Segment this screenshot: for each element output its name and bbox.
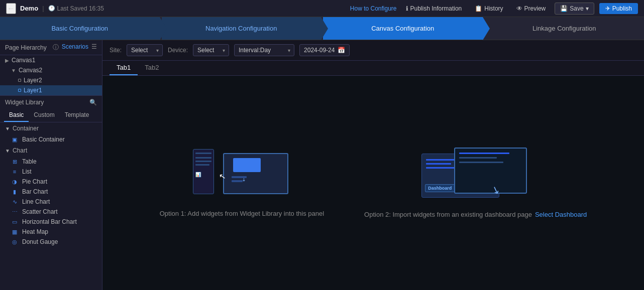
device-select-wrapper: Select [193, 44, 229, 56]
page-hierarchy-label: Page Hierarchy [5, 44, 47, 51]
site-label: Site: [110, 47, 122, 54]
layer1-label: Layer1 [24, 87, 42, 94]
widget-table[interactable]: ⊞ Table [0, 157, 102, 167]
layer1-dot [18, 89, 21, 92]
main-content: Site: Select Device: Select Interval:Day… [102, 40, 644, 290]
widget-line-chart[interactable]: ∿ Line Chart [0, 197, 102, 207]
widget-tabs: Basic Custom Template [0, 109, 102, 122]
widget-heat-map[interactable]: ▦ Heat Map [0, 227, 102, 237]
app-title: Demo [20, 5, 38, 12]
widget-list[interactable]: ≡ List [0, 167, 102, 177]
save-dropdown-icon: ▾ [586, 5, 589, 12]
widget-horizontal-bar-chart[interactable]: ▭ Horizontal Bar Chart [0, 217, 102, 227]
h-bar-chart-icon: ▭ [11, 218, 18, 225]
tree-node-layer1[interactable]: Layer1 [0, 85, 102, 95]
option1-label: Option 1: Add widgets from Widget Librar… [160, 210, 324, 217]
info-circle-icon: ⓘ [53, 43, 59, 52]
interval-select[interactable]: Interval:Day [234, 44, 294, 56]
illus-main-panel: ↓ [223, 153, 288, 194]
list-icon: ≡ [11, 168, 18, 175]
heat-map-icon: ▦ [11, 228, 18, 235]
illus-sidebar: 📊 [193, 149, 214, 194]
canvas2-label: Canvas2 [19, 67, 42, 74]
canvas-option2: 📈 Dashboard ↘ [364, 148, 587, 218]
widget-library: Widget Library 🔍 Basic Custom Template ▼… [0, 95, 102, 247]
tab-tab2[interactable]: Tab2 [138, 61, 166, 75]
tree-node-layer2[interactable]: Layer2 [0, 75, 102, 85]
option2-illustration: 📈 Dashboard ↘ [421, 148, 529, 203]
widget-donut-gauge[interactable]: ◎ Donut Gauge [0, 237, 102, 247]
line-chart-icon: ∿ [11, 198, 18, 205]
widget-library-title: Widget Library [5, 99, 44, 106]
tree-node-canvas1[interactable]: ▶ Canvas1 [0, 55, 102, 65]
header: ← Demo | 🕐 Last Saved 16:35 How to Confi… [0, 0, 644, 17]
caret-container-icon: ▼ [5, 126, 10, 131]
pie-chart-icon: ◑ [11, 178, 18, 185]
site-select-wrapper: Select [127, 44, 163, 56]
layer2-label: Layer2 [24, 77, 42, 84]
layer2-dot [18, 79, 21, 82]
widget-scatter-chart[interactable]: ⋯ Scatter Chart [0, 207, 102, 217]
canvas1-label: Canvas1 [12, 57, 35, 64]
wizard-step-linkage[interactable]: Linkage Configuration [485, 17, 645, 40]
wizard-step-basic[interactable]: Basic Configuration [0, 17, 160, 40]
site-select[interactable]: Select [127, 44, 163, 56]
widget-basic-container[interactable]: ▣ Basic Container [0, 134, 102, 144]
tree-caret-canvas2: ▼ [11, 68, 16, 73]
search-icon[interactable]: 🔍 [89, 99, 97, 106]
widget-bar-chart[interactable]: ▮ Bar Chart [0, 187, 102, 197]
last-saved-info: 🕐 Last Saved 16:35 [48, 5, 104, 12]
option2-label-row: Option 2: Import widgets from an existin… [364, 211, 587, 218]
section-chart-header: ▼ Chart [0, 144, 102, 157]
date-value: 2024-09-24 [304, 47, 335, 54]
tab-tab1[interactable]: Tab1 [110, 61, 138, 75]
how-to-configure-link[interactable]: How to Configure [350, 5, 397, 12]
widget-pie-chart[interactable]: ◑ Pie Chart [0, 177, 102, 187]
option2-label: Option 2: Import widgets from an existin… [364, 211, 532, 218]
tab-custom[interactable]: Custom [29, 109, 59, 122]
header-separator: | [42, 5, 44, 12]
date-picker[interactable]: 2024-09-24 📅 [299, 44, 350, 56]
dashboard-badge: Dashboard [425, 184, 455, 192]
menu-icon[interactable]: ☰ [91, 43, 97, 52]
preview-button[interactable]: 👁 Preview [512, 3, 550, 14]
donut-gauge-icon: ◎ [11, 238, 18, 245]
info-icon: ℹ [406, 5, 408, 12]
header-left: ← Demo | 🕐 Last Saved 16:35 [6, 3, 104, 14]
basic-container-icon: ▣ [11, 136, 18, 143]
save-button[interactable]: 💾 Save ▾ [555, 3, 594, 15]
save-icon: 💾 [560, 5, 568, 12]
option1-illustration: 📊 ↖ ↓ [193, 149, 291, 202]
wizard-step-canvas[interactable]: Canvas Configuration [323, 17, 483, 40]
sidebar: Page Hierarchy ⓘ Scenarios ☰ ▶ Canvas1 ▼… [0, 40, 102, 290]
tab-template[interactable]: Template [60, 109, 94, 122]
tree-caret-canvas1: ▶ [5, 58, 9, 63]
history-button[interactable]: 📋 History [471, 3, 507, 14]
publish-button[interactable]: ✈ Publish [599, 3, 638, 14]
main-layout: Page Hierarchy ⓘ Scenarios ☰ ▶ Canvas1 ▼… [0, 40, 644, 290]
section-container-header: ▼ Container [0, 122, 102, 134]
table-icon: ⊞ [11, 158, 18, 165]
tab-basic[interactable]: Basic [4, 109, 29, 122]
publish-icon: ✈ [605, 5, 610, 12]
bar-chart-icon: ▮ [11, 188, 18, 195]
dash-overlay-panel [454, 148, 527, 194]
device-select[interactable]: Select [193, 44, 229, 56]
publish-info-button[interactable]: ℹ Publish Information [402, 3, 466, 14]
scatter-chart-icon: ⋯ [11, 208, 18, 215]
tree-node-canvas2[interactable]: ▼ Canvas2 [0, 65, 102, 75]
caret-chart-icon: ▼ [5, 148, 10, 154]
header-right: How to Configure ℹ Publish Information 📋… [350, 3, 638, 15]
sidebar-header-icons: ⓘ Scenarios ☰ [53, 43, 97, 52]
toolbar: Site: Select Device: Select Interval:Day… [102, 40, 644, 61]
wizard-step-navigation[interactable]: Navigation Configuration [162, 17, 321, 40]
canvas-area: 📊 ↖ ↓ Option 1: Add widgets from Widget … [102, 76, 644, 290]
calendar-icon: 📅 [338, 47, 345, 54]
interval-select-wrapper: Interval:Day [234, 44, 294, 56]
page-hierarchy-header: Page Hierarchy ⓘ Scenarios ☰ [0, 40, 102, 55]
content-tabs: Tab1 Tab2 [102, 61, 644, 76]
select-dashboard-link[interactable]: Select Dashboard [535, 211, 587, 218]
canvas-option1: 📊 ↖ ↓ Option 1: Add widgets from Widget … [160, 149, 324, 217]
back-button[interactable]: ← [6, 3, 16, 14]
scenarios-label: Scenarios [62, 43, 88, 52]
